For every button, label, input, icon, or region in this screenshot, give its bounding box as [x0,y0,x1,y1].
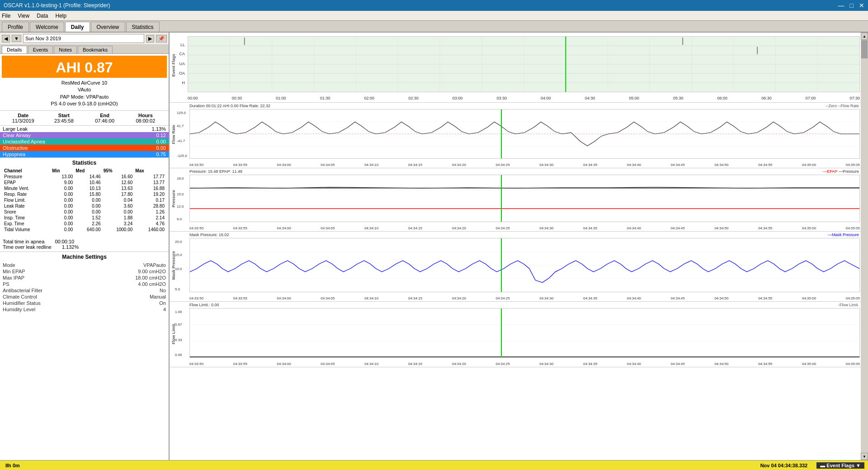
machine-settings-title: Machine Settings [3,254,166,260]
setting-row: ModeVPAPauto [3,262,166,268]
bookmark-add-button[interactable]: 📌 [156,35,167,43]
ef-label-h: H [182,81,185,85]
flow-limit-svg [190,309,859,357]
flow-rate-legend: --Zero --Flow Rate [826,104,859,108]
date-value: 11/3/2019 [3,118,43,123]
tab-profile[interactable]: Profile [2,22,29,32]
menu-help[interactable]: Help [56,13,67,19]
flow-rate-area [189,109,860,159]
date-column: Date 11/3/2019 [3,113,43,123]
pressure-yaxis: 18.0 15.0 12.0 9.0 [177,176,189,221]
mask-pressure-title: Mask Pressure: 16.02 [189,233,229,237]
large-leak-label: Large Leak [3,126,28,132]
svg-rect-21 [244,38,245,45]
unclassified-value: 0.00 [156,139,166,144]
clear-airway-value: 0.12 [156,133,166,138]
table-row: Resp. Rate0.0015.8017.8019.20 [3,191,166,197]
flow-rate-xaxis: 04:33:5004:33:5504:34:0004:34:0504:34:10… [189,163,860,167]
mask-pressure-chart: Mask Pressure Mask Pressure: 16.02 —Mask… [170,232,868,302]
start-column: Start 23:45:58 [43,113,84,123]
svg-rect-23 [757,47,758,54]
ef-label-ua: UA [179,62,185,66]
mask-pressure-svg [190,238,859,292]
ps-settings: PS 4.0 over 9.0-18.0 (cmH2O) [0,100,169,107]
clear-airway-label: Clear Airway [3,133,31,138]
tab-welcome[interactable]: Welcome [30,22,64,32]
obstructive-row: Obstructive 0.00 [0,145,169,151]
statusbar-right: Nov 04 04:34:38.332 ▬ Event Flags ▼ [760,462,864,469]
statistics-table: Channel Min Med 95% Max Pressure13.0014.… [3,168,166,233]
unclassified-label: Unclassified Apnea [3,139,45,144]
session-time: 8h 0m [4,463,22,468]
status-bar: 8h 0m Nov 04 04:34:38.332 ▬ Event Flags … [0,460,868,470]
date-input[interactable] [23,34,144,43]
svg-rect-47 [190,309,859,357]
leak-total-row: Time over leak redline 1.132% [3,244,166,250]
events-section: Large Leak 1.13% Clear Airway 0.12 Uncla… [0,126,169,157]
flow-rate-yaxis: 125.0 41.7 -41.7 -125.0 [177,111,189,158]
close-button[interactable]: ✕ [859,2,864,9]
flow-limit-xaxis: 04:33:5004:33:5504:34:0004:34:0504:34:10… [189,362,860,366]
device-mode: VAuto [0,86,169,93]
apnea-total-value: 00:00:10 [55,239,74,244]
table-row: Tidal Volume0.00640.001000.001460.00 [3,227,166,233]
pressure-axis-label: Pressure [171,190,176,208]
menu-view[interactable]: View [18,13,29,19]
machine-settings-section: Machine Settings ModeVPAPautoMin EPAP9.0… [0,252,169,314]
titlebar-controls: — □ ✕ [838,2,864,9]
flow-rate-axis-label: Flow Rate [171,125,176,144]
menu-data[interactable]: Data [37,13,48,19]
session-dates: Date 11/3/2019 Start 23:45:58 End 07:46:… [0,110,169,126]
apnea-total-label: Total time in apnea [3,239,44,244]
subtab-details[interactable]: Details [2,46,27,53]
right-panel[interactable]: ▲ ▼ LL CA UA OA H Event Flags [170,33,868,460]
col-med: Med [74,168,102,174]
ahi-value: AHI 0.87 [56,59,113,76]
hypopnea-row: Hypopnea 0.75 [0,151,169,157]
date-dropdown-button[interactable]: ▼ [12,35,21,42]
table-row: Pressure13.0014.4616.6017.77 [3,174,166,180]
event-flags-xaxis: 00:0000:3001:0001:3002:00 02:3003:0003:3… [188,96,860,100]
apnea-total-row: Total time in apnea 00:00:10 [3,239,166,244]
tab-overview[interactable]: Overview [91,22,125,32]
flow-limit-title: Flow Limit.: 0.00 [189,303,219,307]
tabbar: Profile Welcome Daily Overview Statistic… [0,21,868,33]
subtab-bookmarks[interactable]: Bookmarks [78,46,113,53]
svg-rect-22 [682,38,683,45]
minimize-button[interactable]: — [838,2,844,9]
setting-row: Max IPAP18.00 cmH2O [3,275,166,281]
pressure-title: Pressure: 15.48 EPAP: 11.48 [189,169,242,174]
hours-label: Hours [125,113,166,118]
scroll-up-button[interactable]: ▲ [861,33,868,40]
hypopnea-value: 0.75 [156,152,166,157]
scroll-thumb[interactable] [861,40,868,58]
event-flags-selector[interactable]: ▬ Event Flags ▼ [816,462,864,469]
table-row: Insp. Time0.001.521.882.14 [3,215,166,221]
forward-button[interactable]: ▶ [146,35,154,43]
mask-pressure-legend: —Mask Pressure [828,233,859,237]
svg-rect-32 [190,175,859,222]
leak-total-label: Time over leak redline [3,244,52,250]
right-scrollbar[interactable]: ▲ ▼ [861,33,868,460]
event-flags-right-btn[interactable]: ▬ Event Flags ▼ [820,463,861,468]
table-row: Exp. Time0.002.263.244.76 [3,221,166,227]
pressure-svg [190,175,859,222]
statistics-section: Statistics Channel Min Med 95% Max Press… [0,157,169,234]
menu-file[interactable]: File [2,13,10,19]
subtab-bar: Details Events Notes Bookmarks [0,45,169,54]
maximize-button[interactable]: □ [850,2,854,9]
back-button[interactable]: ◀ [2,35,10,43]
clear-airway-row: Clear Airway 0.12 [0,132,169,138]
y-125: 125.0 [177,111,186,115]
event-flags-text: Event Flags [171,54,176,77]
subtab-notes[interactable]: Notes [54,46,77,53]
y-neg125: -125.0 [177,154,187,158]
scroll-down-button[interactable]: ▼ [861,453,868,460]
tab-statistics[interactable]: Statistics [126,22,160,32]
flow-limit-legend: -Flow Limit. [838,303,859,307]
subtab-events[interactable]: Events [28,46,53,53]
obstructive-label: Obstructive [3,145,28,151]
hypopnea-label: Hypopnea [3,152,25,157]
leak-total-value: 1.132% [62,244,79,250]
tab-daily[interactable]: Daily [65,22,90,32]
